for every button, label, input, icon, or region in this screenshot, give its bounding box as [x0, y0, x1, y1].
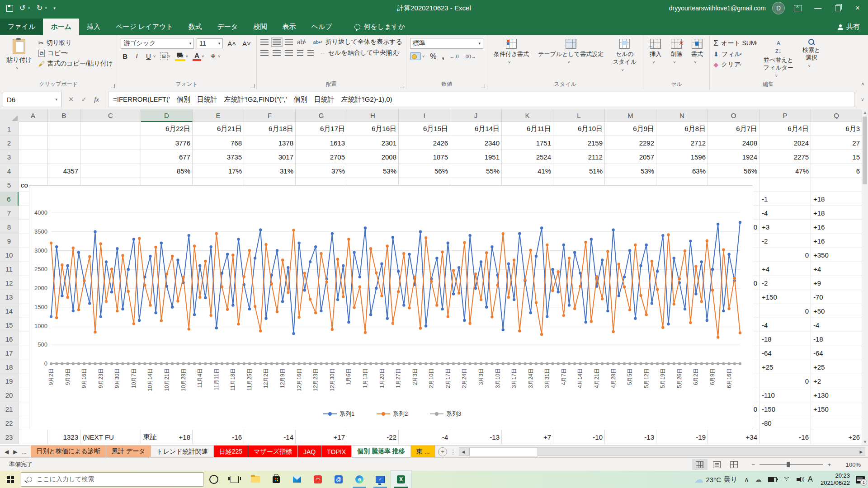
cell-E4[interactable]: 17%: [193, 164, 244, 178]
scroll-up-icon[interactable]: ▲: [862, 109, 868, 116]
cell-E1[interactable]: 6月21日: [193, 122, 244, 136]
decrease-decimal-button[interactable]: .00→: [464, 54, 476, 59]
cell-F3[interactable]: 3017: [244, 150, 296, 164]
increase-decimal-button[interactable]: ←.0: [450, 54, 459, 59]
row-header-1[interactable]: 1: [0, 122, 19, 136]
cell-Q17[interactable]: -64: [811, 346, 862, 360]
cell-O2[interactable]: 2408: [708, 136, 760, 150]
cell-Q19[interactable]: +2: [811, 374, 862, 388]
cell-C23[interactable]: (NEXT FU: [80, 430, 141, 444]
sheet-tab-トレンド統計関連[interactable]: トレンド統計関連: [151, 446, 213, 458]
tell-me-box[interactable]: 何をしますか: [352, 19, 408, 35]
row-header-2[interactable]: 2: [0, 136, 19, 150]
cell-P19[interactable]: 0: [760, 374, 811, 388]
column-header-F[interactable]: F: [244, 109, 296, 122]
copy-button[interactable]: ⧉コピー˅: [38, 49, 113, 57]
conditional-formatting-button[interactable]: 条件付き書式˅: [491, 38, 532, 80]
battery-icon[interactable]: [765, 477, 780, 482]
sheet-prev-icon[interactable]: ◀: [5, 449, 9, 455]
select-all-corner[interactable]: [0, 109, 19, 122]
tab-数式[interactable]: 数式: [181, 19, 210, 35]
cell-Q23[interactable]: +26: [811, 430, 862, 444]
wrap-text-button[interactable]: ab↵折り返して全体を表示する: [313, 38, 402, 46]
cell-L2[interactable]: 2159: [553, 136, 605, 150]
wifi-icon[interactable]: [780, 477, 793, 482]
cell-H2[interactable]: 2301: [347, 136, 399, 150]
column-header-A[interactable]: A: [19, 109, 48, 122]
zoom-level[interactable]: 100%: [837, 461, 868, 468]
cell-O4[interactable]: 56%: [708, 164, 760, 178]
cell-J4[interactable]: 55%: [450, 164, 502, 178]
sheet-tab-累計-データ[interactable]: 累計 データ: [106, 446, 151, 458]
cancel-icon[interactable]: ✕: [68, 95, 74, 103]
column-header-M[interactable]: M: [605, 109, 656, 122]
cell-N4[interactable]: 63%: [656, 164, 708, 178]
align-right-icon[interactable]: [285, 50, 293, 56]
column-header-J[interactable]: J: [450, 109, 502, 122]
tray-chevron-icon[interactable]: ∧: [741, 476, 752, 483]
close-button[interactable]: ×: [851, 1, 864, 15]
column-header-B[interactable]: B: [48, 109, 80, 122]
column-header-P[interactable]: P: [760, 109, 811, 122]
cell-J23[interactable]: -13: [450, 430, 502, 444]
cell-P18[interactable]: +25: [760, 360, 811, 374]
decrease-indent-icon[interactable]: [297, 50, 303, 56]
number-format-combo[interactable]: 標準▾: [410, 38, 483, 49]
weather-widget[interactable]: ☁ 23°C 曇り: [691, 474, 741, 485]
row-header-19[interactable]: 19: [0, 374, 19, 388]
cell-E23[interactable]: -16: [193, 430, 244, 444]
cell-G3[interactable]: 2705: [296, 150, 347, 164]
cell-P15[interactable]: -4: [760, 318, 811, 332]
row-header-5[interactable]: 5: [0, 178, 19, 192]
zoom-slider-thumb[interactable]: [787, 462, 790, 467]
cell-H4[interactable]: 53%: [347, 164, 399, 178]
cell-H23[interactable]: -22: [347, 430, 399, 444]
row-header-10[interactable]: 10: [0, 248, 19, 262]
cell-Q8[interactable]: +16: [811, 220, 862, 234]
clipboard-dialog-launcher[interactable]: [111, 84, 115, 88]
column-header-G[interactable]: G: [296, 109, 347, 122]
collapse-ribbon-icon[interactable]: ˄: [861, 81, 864, 88]
taskbar-search-input[interactable]: ここに入力して検索: [21, 472, 203, 487]
column-header-Q[interactable]: Q: [811, 109, 862, 122]
font-size-combo[interactable]: 11▾: [197, 38, 223, 48]
sheet-tab-マザーズ指標[interactable]: マザーズ指標: [248, 446, 298, 458]
cell-P4[interactable]: 47%: [760, 164, 811, 178]
font-dialog-launcher[interactable]: [250, 84, 255, 88]
row-header-16[interactable]: 16: [0, 332, 19, 346]
autosum-button[interactable]: Σオート SUM˅: [713, 39, 757, 48]
font-family-combo[interactable]: 游ゴシック▾: [121, 38, 194, 49]
horizontal-scrollbar[interactable]: ◀ ▶: [459, 447, 865, 456]
tab-データ[interactable]: データ: [210, 19, 246, 35]
restore-button[interactable]: [831, 1, 844, 15]
row-header-4[interactable]: 4: [0, 164, 19, 178]
task-view-button[interactable]: [224, 471, 245, 488]
cell-P23[interactable]: -16: [760, 430, 811, 444]
undo-icon[interactable]: ↺: [19, 5, 25, 12]
cell-P17[interactable]: -64: [760, 346, 811, 360]
column-header-L[interactable]: L: [553, 109, 605, 122]
row-header-20[interactable]: 20: [0, 388, 19, 402]
cell-P9[interactable]: -2: [760, 234, 811, 248]
row-header-9[interactable]: 9: [0, 234, 19, 248]
zoom-slider[interactable]: −+: [752, 461, 831, 468]
cell-M4[interactable]: 53%: [605, 164, 656, 178]
normal-view-button[interactable]: [692, 459, 708, 470]
cell-Q6[interactable]: +18: [811, 192, 862, 206]
horizontal-scroll-thumb[interactable]: [469, 448, 538, 456]
cell-M2[interactable]: 2292: [605, 136, 656, 150]
cell-P10[interactable]: 0: [760, 248, 811, 262]
cell-O3[interactable]: 1924: [708, 150, 760, 164]
orientation-icon[interactable]: ab̸: [297, 38, 304, 46]
cell-L1[interactable]: 6月10日: [553, 122, 605, 136]
cell-I3[interactable]: 1875: [399, 150, 450, 164]
delete-cells-button[interactable]: ✕ 削除˅: [668, 38, 685, 80]
cell-Q16[interactable]: -18: [811, 332, 862, 346]
tab-file[interactable]: ファイル: [0, 19, 43, 35]
cell-d23-value[interactable]: +18: [141, 430, 193, 444]
cell-Q12[interactable]: +9: [811, 276, 862, 290]
align-bottom-icon[interactable]: [285, 39, 293, 45]
italic-button[interactable]: I: [134, 52, 140, 61]
minimize-button[interactable]: —: [811, 1, 825, 15]
cell-I2[interactable]: 2426: [399, 136, 450, 150]
